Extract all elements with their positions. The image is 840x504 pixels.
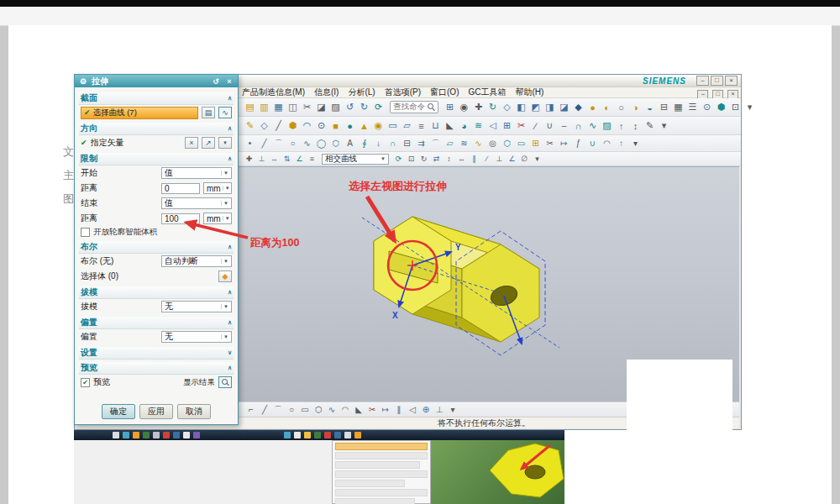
taskbar-app-icon[interactable] xyxy=(153,432,160,438)
revolve-icon[interactable]: ◠ xyxy=(300,119,314,133)
pad-icon[interactable]: ▱ xyxy=(400,119,414,133)
shell-icon[interactable]: ⊔ xyxy=(428,119,443,133)
rectangle-tool-icon[interactable]: ▭ xyxy=(298,403,312,416)
open-icon[interactable]: ▥ xyxy=(257,101,271,114)
copy-icon[interactable]: ◪ xyxy=(314,101,328,114)
angular-dim-icon[interactable]: ∠ xyxy=(506,154,518,165)
cut-icon[interactable]: ✂ xyxy=(300,101,314,114)
taskbar-app-icon[interactable] xyxy=(354,432,361,438)
section-header-boolean[interactable]: 布尔 ∧ xyxy=(79,241,234,254)
perpendicular-dim-icon[interactable]: ⊥ xyxy=(493,154,506,165)
fit-view-icon[interactable]: ⊞ xyxy=(443,101,457,114)
section-header-section[interactable]: 截面 ∧ xyxy=(79,92,234,105)
snap-icon[interactable]: ⊙ xyxy=(700,101,714,114)
offset-tool-icon[interactable]: ∥ xyxy=(392,403,406,416)
draft-combo[interactable]: 无 ▼ xyxy=(161,301,232,312)
start-distance-input[interactable]: 0 xyxy=(161,183,200,194)
pan-icon[interactable]: ✚ xyxy=(471,101,486,114)
taskbar-app-icon[interactable] xyxy=(304,432,311,438)
redo-icon[interactable]: ↻ xyxy=(357,101,371,114)
shaded-icon[interactable]: ● xyxy=(585,101,600,114)
horizontal-dim-icon[interactable]: ↔ xyxy=(455,154,468,165)
taskbar-app-icon[interactable] xyxy=(334,432,341,438)
law-curve-icon[interactable]: ƒ xyxy=(571,137,585,150)
trim-tool-icon[interactable]: ✂ xyxy=(365,403,379,416)
more-view-icon[interactable]: ▾ xyxy=(743,101,757,114)
taskbar-app-icon[interactable] xyxy=(113,432,119,438)
dialog-titlebar[interactable]: ⚙ 拉伸 ↺ × xyxy=(75,75,238,87)
selection-list-button[interactable]: ▤ xyxy=(202,107,215,118)
preview-checkbox[interactable]: ✔ xyxy=(81,378,90,387)
ruled-icon[interactable]: ▱ xyxy=(443,137,457,150)
mirror-feature-icon[interactable]: ◁ xyxy=(486,119,500,133)
cone-icon[interactable]: ▲ xyxy=(357,119,371,133)
unite-icon[interactable]: ∪ xyxy=(543,119,557,133)
n-sided-icon[interactable]: ⬡ xyxy=(500,137,514,150)
project-curve-icon[interactable]: ↓ xyxy=(371,137,386,150)
constraints-tool-icon[interactable]: ⊥ xyxy=(433,403,446,416)
extrude-icon[interactable]: ⬢ xyxy=(286,119,300,133)
pocket-icon[interactable]: ▭ xyxy=(386,119,400,133)
parallel-dim-icon[interactable]: ∕ xyxy=(480,154,493,165)
section-header-direction[interactable]: 方向 ∧ xyxy=(79,123,234,135)
close-button[interactable]: × xyxy=(725,76,738,86)
inferred-dim-icon[interactable]: ↕ xyxy=(443,154,455,165)
bridge-curve-icon[interactable]: ⌒ xyxy=(428,137,443,150)
wrap-icon[interactable]: ◠ xyxy=(600,137,614,150)
offset-surface-icon[interactable]: ↑ xyxy=(614,137,628,150)
menu-item[interactable]: GC工具箱 xyxy=(468,87,506,98)
apply-button[interactable]: 应用 xyxy=(139,404,173,419)
offset-combo[interactable]: 无 ▼ xyxy=(161,331,232,343)
helix-icon[interactable]: ∮ xyxy=(357,137,371,150)
hole-icon[interactable]: ⊙ xyxy=(314,119,328,133)
select-body-button[interactable]: ◆ xyxy=(218,270,232,282)
polygon-tool-icon[interactable]: ⬡ xyxy=(312,403,325,416)
chamfer-tool-icon[interactable]: ◣ xyxy=(352,403,365,416)
update-model-icon[interactable]: ⟳ xyxy=(392,154,405,165)
trim-sheet-icon[interactable]: ✂ xyxy=(543,137,557,150)
taskbar-app-icon[interactable] xyxy=(294,432,301,438)
extrude-dialog[interactable]: ⚙ 拉伸 ↺ × 截面 ∧ ✔ 选择曲线 (7) ▤ ∿ 方向 ∧ ✔ 指定矢量… xyxy=(74,74,239,425)
profile-icon[interactable]: ⌐ xyxy=(244,403,258,416)
blend-icon[interactable]: ◕ xyxy=(457,119,471,133)
circle-tool-icon[interactable]: ○ xyxy=(285,403,298,416)
cancel-button[interactable]: 取消 xyxy=(177,404,211,419)
end-distance-input[interactable]: 100 xyxy=(161,213,200,224)
extend-tool-icon[interactable]: ↦ xyxy=(379,403,392,416)
text-curve-icon[interactable]: A xyxy=(343,137,357,150)
measure-icon[interactable]: ✚ xyxy=(243,154,255,165)
taskbar-app-icon[interactable] xyxy=(314,432,321,438)
render-style-icon[interactable]: ⬢ xyxy=(714,101,728,114)
thicken-icon[interactable]: ⊞ xyxy=(528,137,543,150)
arc-icon[interactable]: ⌒ xyxy=(271,137,286,150)
start-limit-combo[interactable]: 值 ▼ xyxy=(161,167,232,179)
menu-item[interactable]: 分析(L) xyxy=(348,87,375,98)
select-curve-field[interactable]: ✔ 选择曲线 (7) xyxy=(81,107,198,119)
minimize-button[interactable]: – xyxy=(696,76,709,86)
right-view-icon[interactable]: ◪ xyxy=(557,101,571,114)
alt-solution-icon[interactable]: ≡ xyxy=(306,154,318,165)
section-header-draft[interactable]: 拔模 ∧ xyxy=(79,286,234,299)
menu-item[interactable]: 窗口(O) xyxy=(430,87,459,98)
studio-render-icon[interactable]: ◑ xyxy=(628,101,643,114)
vector-dialog-button[interactable]: ↗ xyxy=(202,137,215,149)
ok-button[interactable]: 确定 xyxy=(102,404,135,419)
dialog-close-icon[interactable]: × xyxy=(224,77,234,86)
sew-icon[interactable]: ∿ xyxy=(585,119,600,133)
taskbar-app-icon[interactable] xyxy=(133,432,139,438)
intersect-curve-icon[interactable]: ∩ xyxy=(386,137,400,150)
point-icon[interactable]: • xyxy=(243,137,257,150)
block-icon[interactable]: ■ xyxy=(328,119,343,133)
front-view-icon[interactable]: ◧ xyxy=(514,101,528,114)
display-constraint-icon[interactable]: ∠ xyxy=(293,154,306,165)
more-surface-icon[interactable]: ▾ xyxy=(628,137,643,150)
auto-dimension-icon[interactable]: ⇅ xyxy=(281,154,293,165)
section-header-offset[interactable]: 偏置 ∧ xyxy=(79,317,234,329)
end-unit-combo[interactable]: mm ▼ xyxy=(203,213,232,224)
reattach-icon[interactable]: ↻ xyxy=(417,154,430,165)
intersect-icon[interactable]: ∩ xyxy=(571,119,585,133)
zoom-icon[interactable]: ◉ xyxy=(457,101,471,114)
tube-icon[interactable]: ◎ xyxy=(486,137,500,150)
layer-icon[interactable]: ☰ xyxy=(685,101,700,114)
sketch-icon[interactable]: ✎ xyxy=(243,119,257,133)
